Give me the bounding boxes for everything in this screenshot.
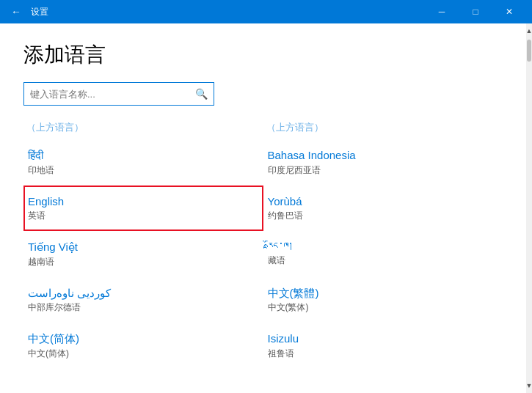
partial-language-row: （上方语言） （上方语言）: [23, 119, 503, 139]
partial-lang-name-left: （上方语言）: [26, 122, 255, 134]
lang-native-kurdish: 中部库尔德语: [28, 301, 253, 314]
maximize-button[interactable]: □: [459, 0, 492, 23]
language-item-chinese-simplified[interactable]: 中文(简体)中文(简体): [23, 323, 263, 369]
lang-native-tieng-viet: 越南语: [28, 256, 253, 268]
minimize-button[interactable]: ─: [425, 0, 459, 23]
lang-native-hindi: 印地语: [28, 164, 253, 177]
lang-name-chinese-traditional: 中文(繁體): [268, 286, 493, 301]
back-button[interactable]: ←: [6, 1, 26, 22]
close-button[interactable]: ✕: [492, 0, 526, 23]
scroll-down-icon: ▼: [526, 382, 532, 389]
lang-name-tieng-viet: Tiếng Việt: [28, 240, 253, 254]
lang-name-isizulu: Isizulu: [268, 331, 493, 346]
page-title: 添加语言: [23, 41, 503, 69]
scroll-down-button[interactable]: ▼: [526, 380, 532, 392]
search-icon: 🔍: [195, 88, 208, 100]
title-bar-label: 设置: [31, 6, 425, 18]
scrollbar[interactable]: ▲ ▼: [526, 23, 532, 393]
language-item-tibetan[interactable]: རྫོང་ཁ།藏语: [263, 231, 503, 277]
partial-lang-name-right: （上方语言）: [266, 122, 495, 134]
content-area: 添加语言 🔍 （上方语言） （上方语言） हिंदी印地语Bahasa Indo…: [0, 23, 532, 393]
partial-item-right: （上方语言）: [263, 119, 503, 139]
language-item-yoruba[interactable]: Yorùbá约鲁巴语: [263, 186, 503, 232]
search-input[interactable]: [30, 89, 195, 100]
language-grid: हिंदी印地语Bahasa Indonesia印度尼西亚语English英语Y…: [23, 139, 503, 369]
maximize-icon: □: [473, 7, 478, 17]
lang-native-isizulu: 祖鲁语: [268, 348, 493, 360]
lang-name-chinese-simplified: 中文(简体): [28, 331, 253, 346]
close-icon: ✕: [506, 7, 513, 17]
language-item-chinese-traditional[interactable]: 中文(繁體)中文(繁体): [263, 277, 503, 323]
lang-name-yoruba: Yorùbá: [268, 194, 493, 209]
main-panel: 添加语言 🔍 （上方语言） （上方语言） हिंदी印地语Bahasa Indo…: [0, 23, 526, 393]
language-item-tieng-viet[interactable]: Tiếng Việt越南语: [23, 231, 263, 277]
language-item-isizulu[interactable]: Isizulu祖鲁语: [263, 323, 503, 369]
lang-native-chinese-simplified: 中文(简体): [28, 348, 253, 360]
window-controls: ─ □ ✕: [425, 0, 526, 23]
partial-item-left: （上方语言）: [23, 119, 263, 139]
lang-name-english: English: [28, 194, 253, 209]
lang-name-tibetan: རྫོང་ཁ།: [268, 240, 493, 253]
lang-native-english: 英语: [28, 210, 253, 222]
lang-name-kurdish: کوردیی ناوەراست: [28, 286, 253, 301]
language-item-kurdish[interactable]: کوردیی ناوەراست中部库尔德语: [23, 277, 263, 323]
lang-name-hindi: हिंदी: [28, 148, 253, 163]
lang-name-bahasa-indonesia: Bahasa Indonesia: [268, 148, 493, 163]
lang-native-yoruba: 约鲁巴语: [268, 210, 493, 222]
scrollbar-thumb[interactable]: [527, 40, 531, 62]
minimize-icon: ─: [439, 7, 445, 17]
language-item-english[interactable]: English英语: [23, 186, 263, 232]
language-item-hindi[interactable]: हिंदी印地语: [23, 139, 263, 186]
back-icon: ←: [11, 6, 21, 18]
search-box[interactable]: 🔍: [23, 82, 214, 106]
scroll-up-button[interactable]: ▲: [526, 25, 532, 37]
title-bar: ← 设置 ─ □ ✕: [0, 0, 532, 23]
lang-native-chinese-traditional: 中文(繁体): [268, 301, 493, 314]
lang-native-tibetan: 藏语: [268, 254, 493, 267]
scroll-up-icon: ▲: [526, 27, 532, 34]
language-item-bahasa-indonesia[interactable]: Bahasa Indonesia印度尼西亚语: [263, 139, 503, 186]
lang-native-bahasa-indonesia: 印度尼西亚语: [268, 164, 493, 177]
